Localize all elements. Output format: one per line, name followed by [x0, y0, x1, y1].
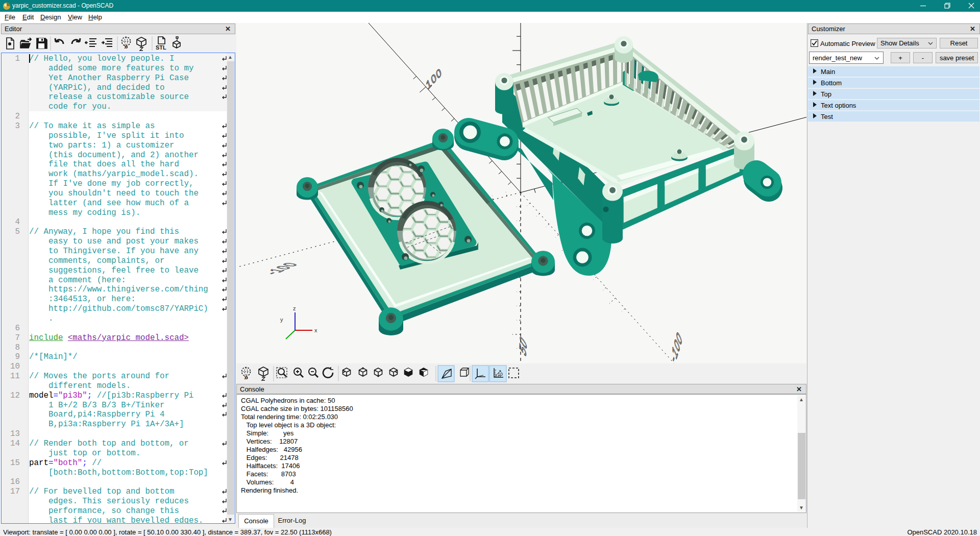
svg-text:y: y [280, 316, 283, 323]
svg-text:-100: -100 [261, 261, 302, 275]
svg-text:50: 50 [518, 331, 529, 360]
svg-text:x: x [314, 327, 317, 333]
svg-text:-100: -100 [669, 327, 684, 363]
svg-text:100: 100 [425, 65, 443, 91]
svg-text:»: » [124, 42, 128, 51]
svg-text:STL: STL [156, 44, 166, 51]
svg-text:z: z [293, 305, 296, 311]
svg-text:»: » [244, 373, 248, 381]
svg-text:10: 10 [498, 372, 503, 377]
